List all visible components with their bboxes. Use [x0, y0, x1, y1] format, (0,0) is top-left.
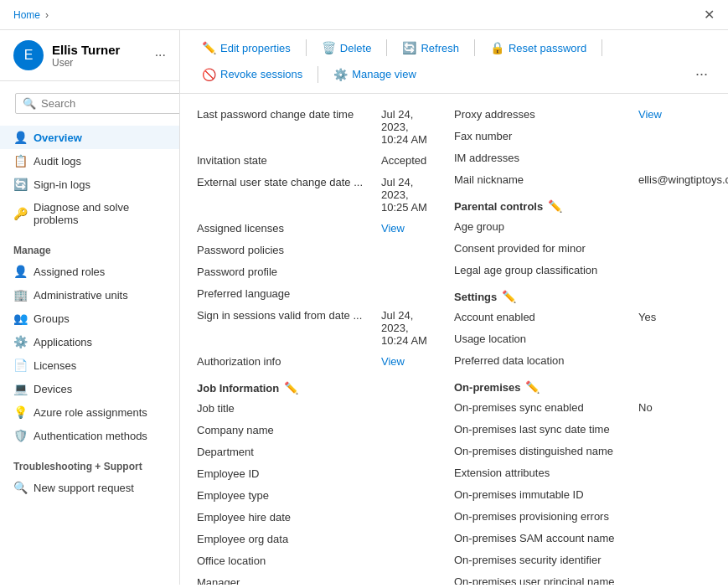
job-info-edit-icon[interactable]: ✏️ — [284, 381, 298, 395]
prop-preferred-data-location: Preferred data location — [454, 350, 694, 372]
prop-im-addresses: IM addresses — [454, 147, 694, 169]
revoke-sessions-button[interactable]: 🚫 Revoke sessions — [194, 64, 311, 85]
prop-company-name-label: Company name — [197, 424, 381, 436]
avatar: E — [13, 40, 44, 70]
audit-logs-icon: 📋 — [13, 154, 27, 168]
parental-controls-section-header: Parental controls ✏️ — [454, 191, 694, 216]
sidebar-item-auth-methods[interactable]: 🛡️ Authentication methods — [0, 424, 179, 447]
sidebar-item-admin-units-label: Administrative units — [34, 289, 128, 302]
diagnose-icon: 🔑 — [13, 207, 27, 220]
sidebar-item-devices[interactable]: 💻 Devices — [0, 377, 179, 400]
prop-on-prem-sam: On-premises SAM account name — [454, 528, 694, 549]
manage-section: Manage 👤 Assigned roles 🏢 Administrative… — [0, 235, 179, 451]
delete-label: Delete — [340, 42, 372, 54]
reset-password-label: Reset password — [509, 42, 586, 54]
prop-office-location: Office location — [197, 550, 437, 572]
edit-properties-button[interactable]: ✏️ Edit properties — [194, 37, 299, 59]
user-more-button[interactable]: ··· — [155, 48, 166, 63]
settings-title: Settings — [454, 291, 497, 303]
groups-icon: 👥 — [13, 312, 27, 325]
content-area: ✏️ Edit properties 🗑️ Delete 🔄 Refresh 🔒… — [180, 30, 728, 585]
sidebar-item-diagnose[interactable]: 🔑 Diagnose and solve problems — [0, 196, 179, 231]
search-input[interactable] — [41, 97, 180, 110]
home-link[interactable]: Home — [13, 9, 40, 21]
sidebar-item-groups-label: Groups — [34, 312, 70, 325]
prop-on-prem-last-sync-label: On-premises last sync date time — [454, 423, 638, 436]
prop-password-profile: Password profile — [197, 261, 437, 283]
separator-5 — [318, 66, 318, 83]
azure-roles-icon: 💡 — [13, 405, 27, 419]
toolbar: ✏️ Edit properties 🗑️ Delete 🔄 Refresh 🔒… — [180, 30, 728, 94]
sidebar-item-new-support[interactable]: 🔍 New support request — [0, 476, 179, 499]
prop-on-prem-provisioning-errors: On-premises provisioning errors — [454, 506, 694, 528]
sidebar-item-groups[interactable]: 👥 Groups — [0, 307, 179, 330]
prop-on-prem-immutable-id: On-premises immutable ID — [454, 484, 694, 506]
licenses-icon: 📄 — [13, 358, 27, 372]
sidebar-item-applications[interactable]: ⚙️ Applications — [0, 330, 179, 353]
parental-controls-edit-icon[interactable]: ✏️ — [548, 199, 562, 213]
prop-company-name: Company name — [197, 420, 437, 441]
sidebar-item-new-support-label: New support request — [34, 482, 134, 494]
prop-employee-type: Employee type — [197, 485, 437, 507]
prop-extension-attributes-label: Extension attributes — [454, 467, 638, 479]
manage-view-label: Manage view — [352, 68, 416, 80]
sidebar: E Ellis Turner User ··· 🔍 << 👤 Overview … — [0, 30, 180, 585]
prop-on-prem-distinguished-name-label: On-premises distinguished name — [454, 445, 638, 457]
prop-legal-age: Legal age group classification — [454, 260, 694, 281]
close-button[interactable]: ✕ — [704, 7, 715, 23]
prop-assigned-licenses-value[interactable]: View — [381, 222, 405, 235]
main-container: E Ellis Turner User ··· 🔍 << 👤 Overview … — [0, 30, 728, 585]
prop-age-group-label: Age group — [454, 220, 638, 233]
sidebar-item-audit-logs[interactable]: 📋 Audit logs — [0, 149, 179, 173]
prop-employee-id-label: Employee ID — [197, 467, 381, 480]
sidebar-item-licenses[interactable]: 📄 Licenses — [0, 353, 179, 377]
sidebar-item-overview[interactable]: 👤 Overview — [0, 126, 179, 149]
sidebar-item-azure-roles[interactable]: 💡 Azure role assignments — [0, 400, 179, 424]
reset-password-button[interactable]: 🔒 Reset password — [482, 37, 595, 59]
prop-authorization-info-value[interactable]: View — [381, 355, 405, 368]
sidebar-item-assigned-roles[interactable]: 👤 Assigned roles — [0, 260, 179, 283]
on-premises-title: On-premises — [454, 381, 520, 394]
prop-account-enabled-label: Account enabled — [454, 311, 638, 323]
prop-employee-hire-date-label: Employee hire date — [197, 511, 381, 524]
prop-im-addresses-label: IM addresses — [454, 152, 638, 164]
assigned-roles-icon: 👤 — [13, 265, 27, 278]
prop-authorization-info: Authorization info View — [197, 351, 437, 373]
left-column: Last password change date time Jul 24, 2… — [197, 104, 454, 585]
prop-proxy-addresses-value[interactable]: View — [638, 108, 662, 121]
prop-account-enabled: Account enabled Yes — [454, 307, 694, 328]
prop-mail-nickname-value: ellis@wingtiptoys.com — [638, 173, 728, 186]
edit-properties-label: Edit properties — [220, 42, 291, 54]
prop-on-prem-sync-enabled-value: No — [638, 401, 653, 414]
sidebar-item-assigned-roles-label: Assigned roles — [34, 266, 105, 278]
devices-icon: 💻 — [13, 382, 27, 395]
right-column: Proxy addresses View Fax number IM addre… — [454, 104, 711, 585]
user-header: E Ellis Turner User ··· — [0, 30, 179, 81]
on-premises-section-header: On-premises ✏️ — [454, 372, 694, 397]
prop-on-prem-security-id: On-premises security identifier — [454, 549, 694, 571]
prop-invitation-state: Invitation state Accepted — [197, 150, 437, 172]
sidebar-item-sign-in-logs-label: Sign-in logs — [34, 178, 90, 191]
on-premises-edit-icon[interactable]: ✏️ — [525, 380, 540, 394]
prop-external-user-label: External user state change date ... — [197, 176, 381, 188]
prop-on-prem-sync-enabled-label: On-premises sync enabled — [454, 401, 638, 414]
sidebar-item-admin-units[interactable]: 🏢 Administrative units — [0, 283, 179, 307]
settings-edit-icon[interactable]: ✏️ — [502, 290, 516, 303]
prop-employee-org-data-label: Employee org data — [197, 533, 381, 545]
revoke-sessions-icon: 🚫 — [202, 68, 216, 81]
sidebar-item-sign-in-logs[interactable]: 🔄 Sign-in logs — [0, 173, 179, 196]
toolbar-more-button[interactable]: ··· — [689, 62, 715, 86]
sidebar-item-applications-label: Applications — [34, 336, 92, 348]
job-info-title: Job Information — [197, 382, 279, 395]
prop-department-label: Department — [197, 446, 381, 458]
breadcrumb-separator: › — [45, 9, 49, 21]
prop-authorization-info-label: Authorization info — [197, 355, 381, 368]
delete-button[interactable]: 🗑️ Delete — [313, 37, 380, 59]
manage-view-button[interactable]: ⚙️ Manage view — [325, 64, 425, 85]
prop-sign-in-sessions: Sign in sessions valid from date ... Jul… — [197, 305, 437, 351]
prop-job-title: Job title — [197, 398, 437, 420]
refresh-button[interactable]: 🔄 Refresh — [394, 37, 467, 59]
prop-office-location-label: Office location — [197, 554, 381, 567]
prop-on-prem-security-id-label: On-premises security identifier — [454, 554, 638, 566]
sidebar-item-licenses-label: Licenses — [34, 359, 76, 372]
